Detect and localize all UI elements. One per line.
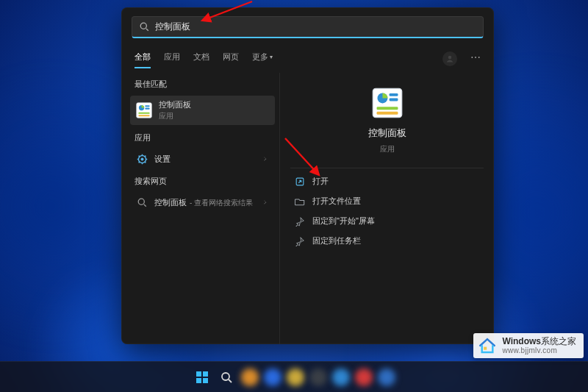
tab-more[interactable]: 更多▾ [252, 49, 271, 68]
svg-point-0 [448, 55, 452, 59]
action-pin-start[interactable]: 固定到"开始"屏幕 [290, 211, 484, 231]
search-input[interactable] [155, 22, 476, 32]
section-web: 搜索网页 [130, 171, 275, 190]
taskbar-pinned-app[interactable] [309, 368, 327, 386]
svg-rect-24 [376, 112, 398, 115]
taskbar-pinned-app[interactable] [264, 368, 282, 386]
detail-title: 控制面板 [368, 127, 406, 140]
svg-rect-21 [389, 93, 398, 96]
svg-point-32 [222, 373, 229, 380]
action-label: 固定到"开始"屏幕 [312, 215, 375, 227]
taskbar-pinned-app[interactable] [332, 368, 350, 386]
svg-rect-5 [145, 108, 149, 110]
taskbar-pinned-app[interactable] [287, 368, 304, 386]
taskbar-pinned-app[interactable] [355, 368, 373, 386]
tab-docs[interactable]: 文档 [193, 49, 209, 68]
detail-subtitle: 应用 [380, 144, 395, 154]
svg-line-33 [229, 379, 232, 382]
tab-apps[interactable]: 应用 [164, 49, 180, 68]
svg-line-17 [138, 161, 140, 163]
taskbar [0, 361, 588, 392]
watermark-url: www.bjjmlv.com [502, 346, 576, 354]
overflow-button[interactable]: ⋯ [470, 52, 481, 65]
section-apps: 应用 [130, 128, 275, 146]
svg-rect-6 [138, 113, 149, 114]
search-field[interactable] [132, 16, 484, 38]
pin-icon [295, 216, 305, 227]
start-button[interactable] [193, 368, 212, 387]
watermark-title: Windows系统之家 [502, 337, 576, 346]
svg-point-9 [140, 157, 143, 160]
svg-rect-29 [203, 371, 208, 377]
section-best-match: 最佳匹配 [130, 74, 275, 93]
watermark: Windows系统之家 www.bjjmlv.com [473, 333, 584, 358]
chevron-right-icon: ﹥ [262, 154, 269, 164]
taskbar-pinned-app[interactable] [241, 368, 259, 386]
svg-line-14 [138, 155, 140, 157]
result-title: 控制面板 [159, 99, 191, 110]
taskbar-search-button[interactable] [217, 368, 236, 387]
svg-rect-23 [376, 107, 398, 110]
gear-icon [136, 153, 148, 165]
house-icon [478, 336, 497, 355]
results-column: 最佳匹配 控制面板 应用 [121, 68, 279, 344]
search-icon [140, 22, 149, 32]
search-icon [136, 196, 148, 208]
taskbar-pinned-app[interactable] [378, 368, 395, 386]
svg-rect-30 [196, 378, 201, 383]
action-label: 打开 [312, 176, 329, 187]
filter-tabs: 全部 应用 文档 网页 更多▾ ⋯ [121, 44, 494, 68]
folder-icon [295, 196, 305, 207]
svg-rect-34 [484, 347, 487, 350]
search-panel: 全部 应用 文档 网页 更多▾ ⋯ 最佳匹配 [121, 7, 494, 344]
svg-rect-31 [203, 378, 208, 383]
result-subtitle: 应用 [159, 111, 191, 121]
action-label: 打开文件位置 [312, 196, 361, 207]
svg-line-16 [144, 155, 146, 157]
chevron-right-icon: ﹥ [262, 197, 269, 207]
svg-rect-7 [138, 115, 149, 116]
result-title: 设置 [154, 154, 171, 165]
result-control-panel[interactable]: 控制面板 应用 [130, 96, 275, 125]
svg-rect-28 [196, 371, 201, 377]
tab-all[interactable]: 全部 [135, 49, 151, 68]
result-web-search[interactable]: 控制面板 - 查看网络搜索结果 ﹥ [130, 193, 275, 212]
svg-rect-4 [145, 105, 149, 107]
action-label: 固定到任务栏 [312, 235, 361, 246]
control-panel-icon [372, 88, 403, 118]
result-settings[interactable]: 设置 ﹥ [130, 149, 275, 168]
tab-web[interactable]: 网页 [223, 49, 239, 68]
open-icon [295, 177, 305, 187]
action-open-location[interactable]: 打开文件位置 [290, 191, 484, 211]
action-open[interactable]: 打开 [290, 171, 484, 191]
result-title: 控制面板 [154, 197, 187, 208]
account-avatar[interactable] [442, 51, 457, 66]
result-subtitle: - 查看网络搜索结果 [190, 198, 253, 208]
detail-pane: 控制面板 应用 打开 打开文件位置 固定到"开始"屏幕 [279, 73, 494, 344]
control-panel-icon [136, 102, 152, 118]
pin-icon [295, 236, 305, 246]
action-pin-taskbar[interactable]: 固定到任务栏 [290, 231, 484, 251]
svg-line-15 [144, 161, 146, 163]
svg-rect-22 [389, 98, 398, 101]
